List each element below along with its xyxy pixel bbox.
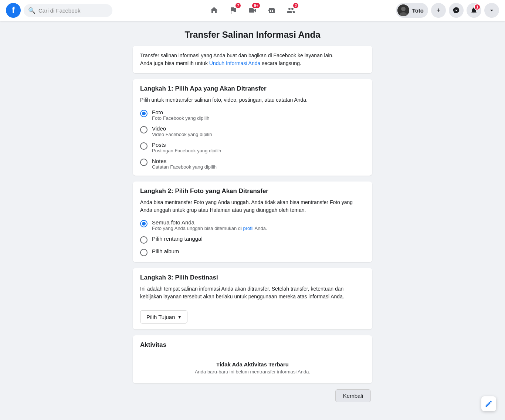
navbar-center: 7 9+ 2: [170, 1, 335, 19]
facebook-logo[interactable]: f: [6, 3, 21, 18]
album-option[interactable]: Pilih album: [140, 248, 365, 256]
intro-card: Transfer salinan informasi yang Anda bua…: [133, 46, 372, 73]
album-label: Pilih album: [152, 248, 179, 254]
home-nav-button[interactable]: [205, 1, 223, 19]
all-photos-radio[interactable]: [140, 220, 148, 227]
add-button[interactable]: +: [431, 3, 446, 18]
foto-label: Foto: [152, 109, 209, 115]
all-photos-label: Semua foto Anda: [152, 219, 267, 226]
activity-card: Aktivitas Tidak Ada Aktivitas Terbaru An…: [133, 335, 372, 383]
step1-desc: Pilih untuk mentransfer salinan foto, vi…: [140, 96, 365, 104]
activity-empty-state: Tidak Ada Aktivitas Terbaru Anda baru-ba…: [140, 352, 365, 377]
download-info-link[interactable]: Unduh Informasi Anda: [209, 60, 261, 66]
step3-title: Langkah 3: Pilih Destinasi: [140, 274, 365, 281]
posts-label: Posts: [152, 142, 221, 148]
foto-sublabel: Foto Facebook yang dipilih: [152, 115, 209, 121]
user-pill[interactable]: Toto: [396, 3, 428, 18]
navbar-right: Toto + 1: [335, 3, 499, 18]
back-button[interactable]: Kembali: [335, 389, 371, 402]
step2-title: Langkah 2: Pilih Foto yang Akan Ditransf…: [140, 187, 365, 195]
footer-row: Kembali: [133, 389, 372, 402]
notifications-button[interactable]: 1: [467, 3, 481, 18]
chevron-down-icon: ▾: [178, 314, 181, 320]
destination-dropdown-label: Pilih Tujuan: [146, 314, 175, 320]
floating-action-icon[interactable]: [481, 396, 496, 411]
step2-radio-group: Semua foto Anda Foto yang Anda unggah bi…: [140, 219, 365, 256]
video-sublabel: Video Facebook yang dipilih: [152, 132, 212, 137]
step1-title: Langkah 1: Pilih Apa yang Akan Ditransfe…: [140, 85, 365, 92]
messenger-button[interactable]: [449, 3, 464, 18]
video-badge: 9+: [251, 2, 261, 9]
album-radio[interactable]: [140, 249, 148, 256]
posts-option[interactable]: Posts Postingan Facebook yang dipilih: [140, 142, 365, 153]
svg-point-1: [401, 7, 406, 11]
notes-sublabel: Catatan Facebook yang dipilih: [152, 164, 217, 170]
friends-nav-button[interactable]: 2: [282, 1, 300, 19]
all-photos-sublabel: Foto yang Anda unggah bisa ditemukan di …: [152, 226, 267, 231]
menu-button[interactable]: [484, 3, 499, 18]
notes-label: Notes: [152, 158, 217, 164]
user-name: Toto: [412, 7, 424, 14]
intro-text: Transfer salinan informasi yang Anda bua…: [140, 52, 365, 67]
step1-radio-group: Foto Foto Facebook yang dipilih Video Vi…: [140, 109, 365, 170]
video-option[interactable]: Video Video Facebook yang dipilih: [140, 125, 365, 137]
all-photos-option[interactable]: Semua foto Anda Foto yang Anda unggah bi…: [140, 219, 365, 231]
flag-badge: 7: [235, 2, 241, 9]
date-range-radio[interactable]: [140, 236, 148, 244]
search-icon: 🔍: [28, 7, 35, 14]
notes-option[interactable]: Notes Catatan Facebook yang dipilih: [140, 158, 365, 170]
step2-warning: Anda bisa mentransfer Foto yang Anda ung…: [140, 199, 365, 214]
posts-sublabel: Postingan Facebook yang dipilih: [152, 148, 221, 153]
page-title: Transfer Salinan Informasi Anda: [133, 30, 372, 40]
search-bar[interactable]: 🔍: [24, 4, 112, 17]
foto-option[interactable]: Foto Foto Facebook yang dipilih: [140, 109, 365, 121]
date-range-option[interactable]: Pilih rentang tanggal: [140, 236, 365, 244]
video-radio[interactable]: [140, 126, 148, 133]
main-content: Transfer Salinan Informasi Anda Transfer…: [127, 21, 378, 417]
search-input[interactable]: [38, 7, 108, 14]
step1-card: Langkah 1: Pilih Apa yang Akan Ditransfe…: [133, 79, 372, 176]
profile-link[interactable]: profil: [243, 226, 253, 231]
foto-radio[interactable]: [140, 110, 148, 117]
notification-badge: 1: [474, 4, 481, 10]
activity-title: Aktivitas: [140, 341, 365, 349]
activity-empty-sub: Anda baru-baru ini belum mentransfer inf…: [140, 369, 365, 375]
step3-card: Langkah 3: Pilih Destinasi Ini adalah te…: [133, 268, 372, 329]
video-nav-button[interactable]: 9+: [244, 1, 261, 19]
step3-desc: Ini adalah tempat salinan informasi Anda…: [140, 285, 365, 301]
date-range-label: Pilih rentang tanggal: [152, 236, 203, 242]
notes-radio[interactable]: [140, 159, 148, 166]
plus-icon: +: [437, 7, 441, 14]
navbar: f 🔍 7 9+ 2 Toto: [0, 0, 505, 21]
activity-empty-title: Tidak Ada Aktivitas Terbaru: [140, 361, 365, 368]
store-nav-button[interactable]: [263, 1, 281, 19]
navbar-left: f 🔍: [6, 3, 170, 18]
destination-dropdown[interactable]: Pilih Tujuan ▾: [140, 310, 187, 324]
friends-badge: 2: [292, 2, 299, 9]
step2-card: Langkah 2: Pilih Foto yang Akan Ditransf…: [133, 182, 372, 262]
avatar: [397, 4, 409, 16]
video-label: Video: [152, 125, 212, 132]
flag-nav-button[interactable]: 7: [224, 1, 242, 19]
posts-radio[interactable]: [140, 142, 148, 150]
